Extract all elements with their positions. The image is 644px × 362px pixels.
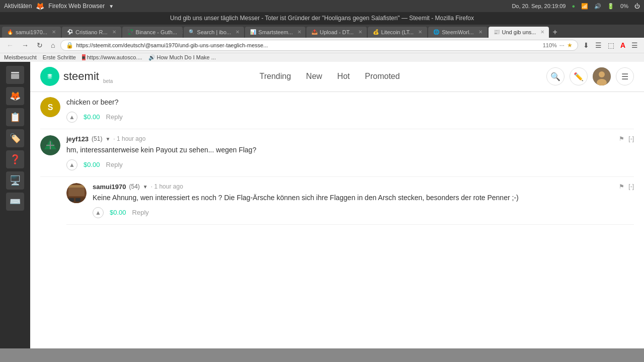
tab-close-6[interactable]: ✕: [358, 29, 362, 35]
comment-footer-jeyf123: ▲ $0.00 Reply: [66, 159, 634, 170]
address-text[interactable]: https://steemit.com/deutsch/@samui1970/u…: [76, 42, 540, 48]
comment-dropdown-samui1970[interactable]: ▼: [143, 184, 148, 190]
sidebar-icon-docs[interactable]: 📋: [6, 108, 24, 126]
zoom-badge[interactable]: 110%: [543, 42, 557, 48]
forward-btn[interactable]: →: [19, 40, 31, 50]
bookmark-how-much[interactable]: 🔊 How Much Do I Make ...: [148, 54, 216, 61]
nav-trending[interactable]: Trending: [260, 72, 291, 81]
comment-avatar-samui1970: [66, 183, 87, 203]
comment-text-partial: chicken or beer?: [66, 97, 634, 108]
nav-hot[interactable]: Hot: [337, 72, 350, 81]
tab-icon-8: 🌐: [433, 29, 439, 35]
main-content: steemit beta Trending New Hot Promoted 🔍…: [30, 62, 644, 348]
tab-close-7[interactable]: ✕: [418, 29, 422, 35]
logo-circle: [40, 67, 59, 86]
tab-samui1970[interactable]: 🔥 samui1970... ✕: [2, 27, 61, 38]
sidebar-icon-folder[interactable]: [6, 66, 24, 84]
tab-label-2: Cristiano R...: [75, 29, 108, 35]
bookmark-star-icon[interactable]: ★: [567, 42, 573, 49]
upvote-btn-samui1970[interactable]: ▲: [93, 207, 104, 218]
comment-avatar-jeyf123: [40, 135, 60, 155]
svg-rect-14: [68, 185, 85, 188]
tab-binance[interactable]: 💱 Binance - Guth... ✕: [122, 27, 183, 38]
lock-icon: 🔒: [66, 42, 73, 49]
bookmark-autosco[interactable]: ■ https://www.autosco....: [82, 54, 142, 60]
hamburger-icon: ☰: [621, 72, 628, 81]
download-icon[interactable]: ⬇: [581, 40, 591, 50]
sidebar-toggle-icon[interactable]: ⬚: [606, 40, 616, 50]
comment-actions-right-samui1970: ⚑ [-]: [619, 183, 634, 190]
search-btn[interactable]: 🔍: [546, 67, 565, 85]
back-btn[interactable]: ←: [4, 40, 16, 50]
tab-und-gib[interactable]: 📰 Und gib uns... ✕: [489, 27, 549, 38]
addon-icon[interactable]: A: [618, 40, 627, 50]
collapse-btn-samui1970[interactable]: [-]: [628, 183, 634, 190]
flag-btn-jeyf123[interactable]: ⚑: [619, 135, 624, 142]
sidebar-icon-firefox[interactable]: 🦊: [6, 87, 24, 105]
tab-litecoin[interactable]: 💰 Litecoin (LT... ✕: [368, 27, 428, 38]
nav-promoted[interactable]: Promoted: [365, 72, 399, 81]
upvote-btn-partial[interactable]: ▲: [66, 112, 77, 123]
comment-author-jeyf123[interactable]: jeyf123: [66, 135, 89, 143]
steemit-logo: steemit beta: [40, 67, 113, 86]
sidebar-icon-terminal[interactable]: 🖥️: [6, 171, 24, 190]
collapse-btn-jeyf123[interactable]: [-]: [628, 135, 634, 142]
upvote-btn-jeyf123[interactable]: ▲: [66, 159, 77, 170]
page-bottom-gray: [0, 348, 644, 362]
firefox-icon: 🦊: [36, 2, 44, 10]
nav-new[interactable]: New: [306, 72, 322, 81]
comment-actions-right-jeyf123: ⚑ [-]: [619, 135, 634, 142]
comment-payout-samui1970[interactable]: $0.00: [110, 209, 126, 216]
bookmark-meistbesucht[interactable]: Meistbesucht: [4, 54, 37, 60]
comment-payout-partial[interactable]: $0.00: [84, 113, 100, 121]
logo-beta: beta: [103, 78, 113, 84]
header-actions: 🔍 ✏️ ☰: [546, 67, 634, 85]
user-avatar-btn[interactable]: [593, 67, 611, 85]
comment-dropdown-jeyf123[interactable]: ▼: [105, 136, 110, 142]
browser-label: Firefox Web Browser: [48, 3, 105, 10]
reading-list-icon[interactable]: ☰: [593, 40, 604, 50]
tab-close-4[interactable]: ✕: [235, 29, 239, 35]
tab-close-9[interactable]: ✕: [540, 29, 544, 35]
comment-time-samui1970: · 1 hour ago: [151, 183, 183, 190]
reply-btn-partial[interactable]: Reply: [106, 113, 123, 121]
tab-upload[interactable]: 📤 Upload - DT... ✕: [306, 27, 367, 38]
left-sidebar: 🦊 📋 🏷️ ❓ 🖥️ ⌨️: [0, 62, 30, 348]
bookmarks-bar: Meistbesucht Erste Schritte ■ https://ww…: [0, 53, 644, 62]
menu-btn[interactable]: ☰: [616, 67, 634, 85]
tab-smartsteem[interactable]: 📊 Smartsteem... ✕: [245, 27, 305, 38]
sidebar-icon-tag[interactable]: 🏷️: [6, 129, 24, 147]
comment-author-samui1970[interactable]: samui1970: [93, 183, 126, 191]
svg-rect-1: [11, 74, 19, 79]
home-btn[interactable]: ⌂: [48, 40, 57, 50]
sidebar-icon-keyboard[interactable]: ⌨️: [6, 193, 24, 211]
more-icon[interactable]: ···: [559, 42, 565, 49]
tab-icon-6: 📤: [311, 29, 317, 35]
tab-close-3[interactable]: ✕: [182, 29, 182, 35]
tab-close-5[interactable]: ✕: [297, 29, 301, 35]
tab-close-2[interactable]: ✕: [112, 29, 116, 35]
reload-btn[interactable]: ↻: [34, 40, 45, 50]
sidebar-icon-help[interactable]: ❓: [6, 150, 24, 168]
tab-cristiano[interactable]: ⚽ Cristiano R... ✕: [62, 27, 121, 38]
reply-btn-jeyf123[interactable]: Reply: [106, 161, 123, 168]
comment-samui1970: samui1970 (54) ▼ · 1 hour ago ⚑ [-] Kein…: [66, 177, 634, 225]
tab-close-8[interactable]: ✕: [478, 29, 482, 35]
flag-btn-samui1970[interactable]: ⚑: [619, 183, 624, 190]
os-bar: Aktivitäten 🦊 Firefox Web Browser ▼ Do, …: [0, 0, 644, 12]
new-tab-btn[interactable]: +: [550, 27, 560, 38]
comment-footer-samui1970: ▲ $0.00 Reply: [93, 207, 634, 218]
comment-payout-jeyf123[interactable]: $0.00: [84, 161, 100, 168]
write-btn[interactable]: ✏️: [570, 67, 588, 85]
tab-search[interactable]: 🔍 Search | ibo... ✕: [184, 27, 244, 38]
comment-body-samui1970: samui1970 (54) ▼ · 1 hour ago ⚑ [-] Kein…: [93, 183, 634, 218]
tab-steemworld[interactable]: 🌐 SteemWorl... ✕: [428, 27, 487, 38]
reply-btn-samui1970[interactable]: Reply: [132, 209, 149, 216]
tab-close-1[interactable]: ✕: [52, 29, 56, 35]
menu-icon[interactable]: ☰: [629, 40, 640, 50]
battery-pct: 0%: [620, 3, 628, 9]
comment-header-left-jeyf123: jeyf123 (51) ▼ · 1 hour ago: [66, 135, 145, 143]
bookmark-erste-schritte[interactable]: Erste Schritte: [43, 54, 76, 60]
os-activities-label[interactable]: Aktivitäten: [4, 3, 32, 10]
logo-text: steemit: [63, 70, 99, 83]
